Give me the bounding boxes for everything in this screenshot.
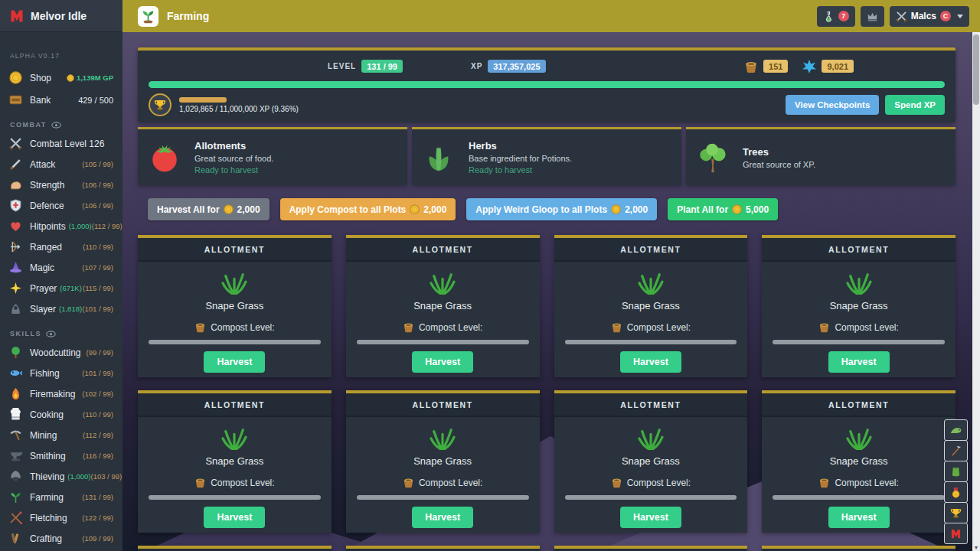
sword-icon: [9, 158, 22, 171]
xp-label: XP: [471, 62, 482, 70]
action-cost: 2,000: [423, 204, 446, 215]
potions-count-badge: 7: [838, 11, 849, 21]
scrollbar-thumb[interactable]: [973, 34, 979, 105]
toolbar-button-medal[interactable]: [944, 481, 968, 503]
compost-icon: [403, 477, 414, 488]
smithing-icon: [9, 449, 22, 462]
sidebar-item-combat-level[interactable]: Combat Level 126: [0, 133, 122, 154]
scrollbar[interactable]: ▼: [972, 32, 980, 551]
coin-icon: [410, 204, 420, 214]
action-cost: 2,000: [625, 204, 648, 215]
sidebar-item-cooking[interactable]: Cooking (110 / 99): [0, 404, 122, 425]
harvest-button[interactable]: Harvest: [620, 351, 681, 373]
category-card-allotments[interactable]: Allotments Great source of food. Ready t…: [138, 127, 407, 185]
mastery-trophy-button[interactable]: [149, 93, 172, 116]
sidebar-item-mining[interactable]: Mining (112 / 99): [0, 425, 122, 445]
sidebar-item-farming[interactable]: Farming (131 / 99): [0, 487, 122, 507]
harvest-button[interactable]: Harvest: [204, 351, 265, 373]
herb-icon: [423, 142, 455, 174]
page-header: Farming 7 Malcs C: [122, 0, 980, 32]
compost-progress-bar: [773, 340, 945, 344]
plot-type-header: ALLOTMENT: [138, 393, 332, 417]
sidebar-item-thieving[interactable]: Thieving (1,000) (103 / 99): [0, 466, 122, 487]
skill-extra-value: (1,000): [67, 472, 90, 481]
grass-icon: [846, 427, 872, 450]
skill-name: Smithing: [30, 451, 66, 461]
sidebar-item-fletching[interactable]: Fletching (122 / 99): [0, 507, 122, 528]
harvest-button[interactable]: Harvest: [620, 507, 681, 528]
spend-xp-button[interactable]: Spend XP: [885, 95, 945, 115]
sidebar-item-prayer[interactable]: Prayer (671K) (115 / 99): [0, 278, 122, 298]
harvest-button[interactable]: Harvest: [412, 351, 473, 373]
harvest-button[interactable]: Harvest: [412, 507, 473, 528]
compost-progress-bar: [357, 495, 529, 500]
xp-progress-bar: [149, 81, 945, 88]
skills-section-header[interactable]: SKILLS: [0, 319, 122, 342]
category-card-trees[interactable]: Trees Great source of XP.: [686, 127, 956, 185]
toolbar-button-trophy[interactable]: [944, 502, 968, 523]
skill-name: Defence: [30, 201, 64, 211]
minibar-button[interactable]: [861, 6, 884, 27]
harvest-button[interactable]: Harvest: [204, 507, 265, 528]
skill-name: Magic: [30, 262, 54, 273]
sidebar-item-defence[interactable]: Defence (106 / 99): [0, 195, 122, 216]
compost-level-label: Compost Level:: [419, 478, 482, 488]
fish-icon: [9, 367, 22, 380]
view-checkpoints-button[interactable]: View Checkpoints: [786, 95, 879, 115]
skill-level: (116 / 99): [83, 452, 113, 460]
bank-count: 429 / 500: [78, 96, 113, 105]
harvest-button[interactable]: Harvest: [828, 351, 890, 373]
sidebar-item-smithing[interactable]: Smithing (116 / 99): [0, 445, 122, 466]
toolbar-button-pet[interactable]: [944, 419, 968, 441]
app-brand[interactable]: Melvor Idle: [0, 0, 122, 32]
combat-level-label: Combat Level 126: [30, 139, 104, 149]
harvest-button[interactable]: Harvest: [828, 507, 890, 528]
sidebar-item-fishing[interactable]: Fishing (101 / 99): [0, 363, 122, 383]
skill-level: (102 / 99): [82, 390, 113, 398]
toolbar-button-cape[interactable]: [944, 461, 968, 482]
toolbar-button-melvor[interactable]: [944, 523, 968, 544]
scroll-down-arrow[interactable]: ▼: [972, 545, 980, 550]
account-menu-button[interactable]: Malcs C: [890, 6, 969, 27]
toolbar-button-net[interactable]: [944, 440, 968, 461]
skill-name: Prayer: [30, 283, 57, 294]
sidebar-item-crafting[interactable]: Crafting (109 / 99): [0, 528, 122, 549]
pet-icon: [949, 425, 962, 436]
sidebar-item-strength[interactable]: Strength (106 / 99): [0, 174, 122, 195]
skill-level: (115 / 99): [83, 284, 113, 292]
compost-icon: [611, 321, 622, 333]
compost-level-label: Compost Level:: [211, 322, 274, 333]
skill-level: (122 / 99): [82, 514, 113, 522]
mastery-pool-text: 1,029,865 / 11,000,000 XP (9.36%): [179, 105, 299, 113]
potions-button[interactable]: 7: [817, 6, 855, 27]
skill-name: Cooking: [30, 409, 64, 420]
sidebar-item-magic[interactable]: Magic (107 / 99): [0, 257, 122, 278]
action-label: Plant All for: [677, 204, 728, 215]
tree-icon: [9, 346, 22, 359]
skill-level: (103 / 99): [90, 472, 122, 481]
skill-extra-value: (1,000): [69, 222, 92, 230]
category-card-herbs[interactable]: Herbs Base ingredient for Potions. Ready…: [412, 127, 681, 185]
compost-progress-bar: [773, 495, 945, 500]
melvor-icon: [9, 8, 24, 24]
sidebar-item-bank[interactable]: Bank 429 / 500: [0, 90, 122, 110]
star-icon: [9, 282, 22, 295]
sidebar-item-ranged[interactable]: Ranged (110 / 99): [0, 236, 122, 257]
compost-level-label: Compost Level:: [835, 322, 898, 333]
plot-type-header: ALLOTMENT: [762, 393, 956, 417]
bulk-action-button[interactable]: Apply Compost to all Plots 2,000: [280, 198, 456, 220]
sidebar-item-attack[interactable]: Attack (105 / 99): [0, 154, 122, 174]
bulk-action-button[interactable]: Apply Weird Gloop to all Plots 2,000: [466, 198, 657, 220]
bulk-action-button[interactable]: Harvest All for 2,000: [148, 198, 270, 220]
bulk-action-button[interactable]: Plant All for 5,000: [668, 198, 778, 220]
melvor-icon: [949, 528, 962, 540]
compost-icon: [403, 321, 414, 333]
sidebar-item-firemaking[interactable]: Firemaking (102 / 99): [0, 383, 122, 404]
sidebar-item-hitpoints[interactable]: Hitpoints (1,000) (112 / 99): [0, 216, 122, 236]
sidebar-item-shop[interactable]: Shop 1,139M GP: [0, 67, 122, 88]
sidebar-item-woodcutting[interactable]: Woodcutting (99 / 99): [0, 342, 122, 363]
combat-section-header[interactable]: COMBAT: [0, 110, 122, 133]
sidebar-item-slayer[interactable]: Slayer (1,818) (101 / 99): [0, 298, 122, 319]
potion-icon: [823, 11, 835, 22]
plot-card: ALLOTMENT Snape Grass Compost Level: Har…: [762, 546, 956, 551]
